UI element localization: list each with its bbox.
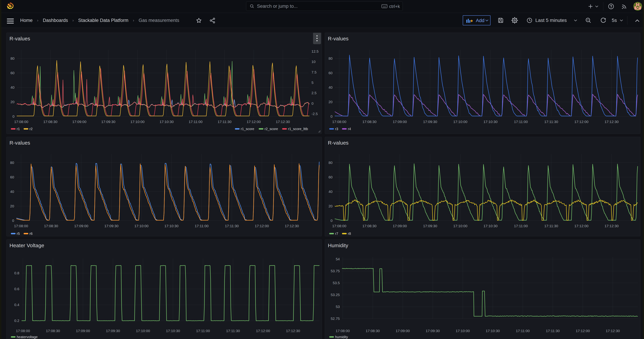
svg-text:17:10:30: 17:10:30 xyxy=(160,120,174,124)
svg-text:12.5: 12.5 xyxy=(312,49,318,53)
svg-text:40: 40 xyxy=(328,86,332,89)
svg-text:20: 20 xyxy=(10,204,14,208)
svg-text:17:12:00: 17:12:00 xyxy=(256,329,270,333)
svg-text:17:09:00: 17:09:00 xyxy=(72,120,86,124)
svg-text:60: 60 xyxy=(328,175,332,179)
svg-text:2.5: 2.5 xyxy=(312,91,316,95)
svg-text:17:09:30: 17:09:30 xyxy=(101,120,116,124)
svg-text:17:08:00: 17:08:00 xyxy=(16,329,30,333)
svg-text:0: 0 xyxy=(330,218,332,222)
svg-text:80: 80 xyxy=(328,160,332,164)
svg-text:17:08:00: 17:08:00 xyxy=(336,329,350,333)
svg-text:17:12:30: 17:12:30 xyxy=(285,224,299,228)
svg-text:17:11:30: 17:11:30 xyxy=(225,224,239,228)
svg-text:40: 40 xyxy=(10,86,14,89)
svg-text:17:09:30: 17:09:30 xyxy=(423,120,437,124)
svg-text:17:11:00: 17:11:00 xyxy=(514,224,528,228)
svg-text:10: 10 xyxy=(312,60,316,64)
svg-text:0: 0 xyxy=(12,218,14,222)
svg-text:17:09:30: 17:09:30 xyxy=(426,329,440,333)
svg-text:17:11:30: 17:11:30 xyxy=(218,120,232,124)
svg-text:17:10:00: 17:10:00 xyxy=(453,120,468,124)
svg-text:0.2: 0.2 xyxy=(14,319,19,322)
svg-text:0.6: 0.6 xyxy=(14,287,19,291)
svg-text:7.5: 7.5 xyxy=(312,70,316,74)
svg-text:80: 80 xyxy=(328,56,332,60)
svg-text:53.5: 53.5 xyxy=(333,281,340,285)
svg-text:17:10:30: 17:10:30 xyxy=(166,329,180,333)
svg-text:17:08:30: 17:08:30 xyxy=(366,329,380,333)
svg-text:17:12:00: 17:12:00 xyxy=(247,120,261,124)
svg-text:17:09:30: 17:09:30 xyxy=(104,224,118,228)
svg-text:17:10:30: 17:10:30 xyxy=(486,329,500,333)
svg-text:17:08:30: 17:08:30 xyxy=(43,120,58,124)
svg-text:17:12:30: 17:12:30 xyxy=(604,224,619,228)
svg-text:5: 5 xyxy=(312,80,314,84)
svg-text:17:08:30: 17:08:30 xyxy=(44,224,58,228)
svg-text:40: 40 xyxy=(328,190,332,194)
svg-text:60: 60 xyxy=(10,71,14,75)
svg-text:0.8: 0.8 xyxy=(14,271,19,275)
svg-text:17:10:00: 17:10:00 xyxy=(453,224,468,228)
svg-text:40: 40 xyxy=(10,190,14,194)
svg-text:54: 54 xyxy=(336,257,340,261)
svg-text:20: 20 xyxy=(328,100,332,104)
svg-text:17:09:00: 17:09:00 xyxy=(74,224,88,228)
svg-text:17:12:30: 17:12:30 xyxy=(606,329,620,333)
svg-text:17:09:00: 17:09:00 xyxy=(393,120,407,124)
svg-text:17:10:30: 17:10:30 xyxy=(484,120,498,124)
svg-text:17:10:00: 17:10:00 xyxy=(130,120,144,124)
svg-text:17:12:30: 17:12:30 xyxy=(276,120,290,124)
svg-text:20: 20 xyxy=(328,204,332,208)
svg-text:17:11:30: 17:11:30 xyxy=(544,224,558,228)
svg-text:17:10:30: 17:10:30 xyxy=(484,224,498,228)
svg-text:17:08:30: 17:08:30 xyxy=(362,120,376,124)
svg-text:17:08:00: 17:08:00 xyxy=(14,120,28,124)
svg-text:0: 0 xyxy=(12,114,14,118)
svg-text:60: 60 xyxy=(328,71,332,75)
svg-text:17:10:30: 17:10:30 xyxy=(164,224,178,228)
svg-text:17:09:00: 17:09:00 xyxy=(76,329,90,333)
svg-text:53.25: 53.25 xyxy=(330,293,340,297)
svg-text:17:08:00: 17:08:00 xyxy=(332,224,346,228)
svg-text:0.4: 0.4 xyxy=(14,303,20,307)
svg-text:17:12:30: 17:12:30 xyxy=(604,120,619,124)
svg-text:17:08:30: 17:08:30 xyxy=(46,329,60,333)
svg-text:17:12:00: 17:12:00 xyxy=(255,224,269,228)
svg-text:53.75: 53.75 xyxy=(330,269,340,273)
svg-text:17:10:00: 17:10:00 xyxy=(456,329,470,333)
svg-text:17:11:30: 17:11:30 xyxy=(544,120,558,124)
svg-text:17:11:00: 17:11:00 xyxy=(195,224,208,228)
svg-text:80: 80 xyxy=(10,56,14,60)
svg-text:52.75: 52.75 xyxy=(330,316,340,320)
svg-text:17:09:00: 17:09:00 xyxy=(393,224,407,228)
svg-text:17:10:00: 17:10:00 xyxy=(136,329,150,333)
svg-text:17:11:00: 17:11:00 xyxy=(514,120,528,124)
svg-text:17:11:30: 17:11:30 xyxy=(226,329,240,333)
svg-text:0: 0 xyxy=(312,102,314,106)
svg-text:-2.5: -2.5 xyxy=(312,112,318,116)
svg-text:0: 0 xyxy=(330,114,332,118)
svg-text:17:11:30: 17:11:30 xyxy=(546,329,560,333)
svg-text:17:10:00: 17:10:00 xyxy=(134,224,148,228)
svg-text:17:08:30: 17:08:30 xyxy=(362,224,376,228)
svg-text:17:08:00: 17:08:00 xyxy=(332,120,346,124)
svg-text:17:09:30: 17:09:30 xyxy=(106,329,120,333)
svg-text:17:11:00: 17:11:00 xyxy=(189,120,202,124)
svg-text:17:12:30: 17:12:30 xyxy=(286,329,300,333)
svg-text:20: 20 xyxy=(10,100,14,104)
svg-text:17:12:00: 17:12:00 xyxy=(576,329,590,333)
svg-text:60: 60 xyxy=(10,175,14,179)
svg-text:53: 53 xyxy=(336,305,340,309)
svg-text:17:11:00: 17:11:00 xyxy=(196,329,210,333)
svg-text:17:12:00: 17:12:00 xyxy=(574,224,588,228)
svg-text:17:08:00: 17:08:00 xyxy=(14,224,28,228)
svg-text:17:09:30: 17:09:30 xyxy=(423,224,437,228)
svg-text:17:09:00: 17:09:00 xyxy=(396,329,410,333)
svg-text:17:12:00: 17:12:00 xyxy=(574,120,588,124)
svg-text:80: 80 xyxy=(10,160,14,164)
svg-text:17:11:00: 17:11:00 xyxy=(516,329,530,333)
